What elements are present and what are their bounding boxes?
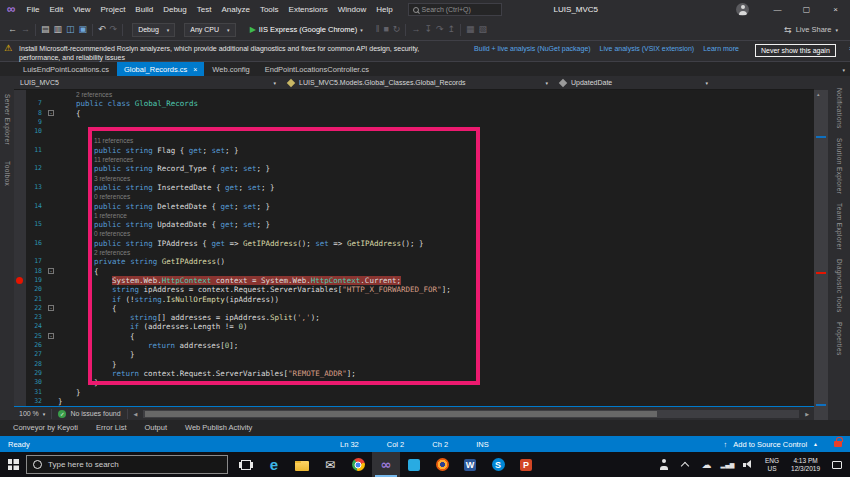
taskbar-chrome-button[interactable] (344, 452, 372, 477)
codelens-references[interactable]: 2 references (58, 90, 112, 99)
breakpoint-margin[interactable] (14, 295, 26, 304)
breakpoint-margin[interactable] (14, 248, 26, 257)
code-line[interactable]: 27} (14, 350, 814, 359)
breakpoint-margin[interactable] (14, 229, 26, 238)
breakpoint-margin[interactable] (14, 397, 26, 406)
menu-tools[interactable]: Tools (255, 0, 284, 19)
menu-help[interactable]: Help (371, 0, 397, 19)
codelens-references[interactable]: 3 references (58, 174, 130, 183)
quick-search-box[interactable]: Search (Ctrl+Q) (408, 3, 502, 16)
menu-test[interactable]: Test (192, 0, 217, 19)
language-indicator[interactable]: ENG US (765, 457, 779, 472)
codelens-references[interactable]: 0 references (58, 192, 130, 201)
menu-file[interactable]: File (22, 0, 45, 19)
code-line[interactable]: 30} (14, 378, 814, 387)
breakpoint-margin[interactable] (14, 267, 26, 276)
codelens-references[interactable]: 11 references (58, 136, 133, 145)
code-line[interactable]: 31} (14, 388, 814, 397)
show-next-statement-icon[interactable]: → (409, 19, 422, 40)
lock-icon[interactable] (834, 441, 842, 447)
redo-icon[interactable]: ↷ (108, 19, 120, 40)
taskbar-task-view-button[interactable] (232, 452, 260, 477)
breakpoint-margin[interactable] (14, 99, 26, 108)
step-into-icon[interactable]: ↧ (422, 19, 434, 40)
code-line[interactable]: 24if (addresses.Length != 0) (14, 322, 814, 331)
breakpoint-margin[interactable] (14, 136, 26, 145)
breakpoint-margin[interactable] (14, 146, 26, 155)
panel-tab-conveyor-by-keyoti[interactable]: Conveyor by Keyoti (5, 420, 86, 436)
code-line[interactable]: 12public string Record_Type { get; set; … (14, 164, 814, 173)
breakpoint-margin[interactable] (14, 369, 26, 378)
menu-debug[interactable]: Debug (158, 0, 192, 19)
code-line[interactable]: 26return addresses[0]; (14, 341, 814, 350)
breakpoint-margin[interactable] (14, 109, 26, 118)
minimize-button[interactable]: — (763, 0, 792, 19)
code-line[interactable]: 15public string UpdatedDate { get; set; … (14, 220, 814, 229)
breakpoint-margin[interactable] (14, 127, 26, 136)
breakpoint-margin[interactable] (14, 313, 26, 322)
step-over-icon[interactable]: ↷ (434, 19, 446, 40)
breakpoint-margin[interactable] (14, 192, 26, 201)
code-line[interactable]: 8-{ (14, 109, 814, 118)
taskbar-powerpoint-button[interactable] (512, 452, 540, 477)
hidden-icons-chevron[interactable] (677, 457, 693, 473)
taskbar-word-button[interactable] (456, 452, 484, 477)
member-dropdown[interactable]: UpdatedDate ▾ (554, 76, 714, 89)
network-icon[interactable] (719, 457, 735, 473)
tool-tab-properties[interactable]: Properties (836, 322, 843, 356)
infobar-link[interactable]: Live analysis (VSIX extension) (600, 44, 695, 53)
breakpoint-margin[interactable] (14, 183, 26, 192)
people-icon[interactable] (656, 457, 672, 473)
start-debugging-button[interactable]: ▶ IIS Express (Google Chrome) ▾ (244, 22, 369, 37)
code-editor[interactable]: 2 references7public class Global_Records… (14, 90, 814, 406)
new-project-icon[interactable]: ▤ (39, 19, 52, 40)
tool-tab-server-explorer[interactable]: Server Explorer (4, 94, 11, 145)
document-tab[interactable]: Web.config (205, 62, 256, 76)
menu-project[interactable]: Project (95, 0, 130, 19)
scroll-up-icon[interactable]: ▴ (817, 91, 820, 97)
tool-tab-toolbox[interactable]: Toolbox (4, 161, 11, 186)
breakpoint-margin[interactable] (14, 211, 26, 220)
menu-window[interactable]: Window (333, 0, 371, 19)
code-line[interactable]: 11public string Flag { get; set; } (14, 146, 814, 155)
collapse-icon[interactable]: - (48, 305, 54, 311)
code-line[interactable]: 17private string GetIPAddress() (14, 257, 814, 266)
code-line[interactable]: 21if (!string.IsNullOrEmpty(ipAddress)) (14, 295, 814, 304)
codelens-references[interactable]: 0 references (58, 229, 130, 238)
collapse-icon[interactable]: - (48, 268, 54, 274)
solution-configuration-dropdown[interactable]: Debug ▾ (132, 23, 175, 37)
codelens-references[interactable]: 11 references (58, 155, 133, 164)
breakpoint-margin[interactable] (14, 257, 26, 266)
code-line[interactable]: 20string ipAddress = context.Request.Ser… (14, 285, 814, 294)
undo-icon[interactable]: ↶ (96, 19, 108, 40)
user-avatar-icon[interactable] (736, 3, 749, 16)
breakpoint-margin[interactable] (14, 164, 26, 173)
taskbar-visual-studio-button[interactable] (372, 452, 400, 477)
infobar-link[interactable]: Learn more (703, 44, 739, 53)
menu-view[interactable]: View (68, 0, 95, 19)
document-tab[interactable]: Global_Records.cs× (117, 62, 204, 76)
code-line[interactable]: 14public string DeletedDate { get; set; … (14, 202, 814, 211)
collapse-icon[interactable]: - (48, 110, 54, 116)
type-dropdown[interactable]: LUIS_MVC5.Models.Global_Classes.Global_R… (282, 76, 554, 89)
taskbar-edge-button[interactable] (260, 452, 288, 477)
maximize-button[interactable]: ▢ (792, 0, 821, 19)
taskbar-mail-button[interactable] (316, 452, 344, 477)
code-line[interactable]: 7public class Global_Records (14, 99, 814, 108)
breakpoint-margin[interactable] (14, 304, 26, 313)
code-line[interactable]: 13public string InsertedDate { get; set;… (14, 183, 814, 192)
open-file-icon[interactable]: ▥ (52, 19, 65, 40)
save-all-icon[interactable]: ▣ (77, 19, 90, 40)
code-line[interactable]: 9 (14, 118, 814, 127)
chevron-up-icon[interactable]: ▲ (813, 441, 818, 447)
live-share-button[interactable]: ⇆ Live Share ▾ (784, 25, 844, 35)
onedrive-icon[interactable] (698, 457, 714, 473)
codelens-references[interactable]: 2 references (58, 248, 130, 257)
find-in-files-icon[interactable]: ▦ (464, 19, 477, 40)
panel-tab-output[interactable]: Output (136, 420, 175, 436)
code-line[interactable]: 16public string IPAddress { get => GetIP… (14, 239, 814, 248)
breakpoint-margin[interactable] (14, 90, 26, 99)
menu-edit[interactable]: Edit (44, 0, 68, 19)
horizontal-scrollbar-thumb[interactable] (145, 411, 656, 417)
restart-icon[interactable]: ↻ (391, 19, 403, 40)
